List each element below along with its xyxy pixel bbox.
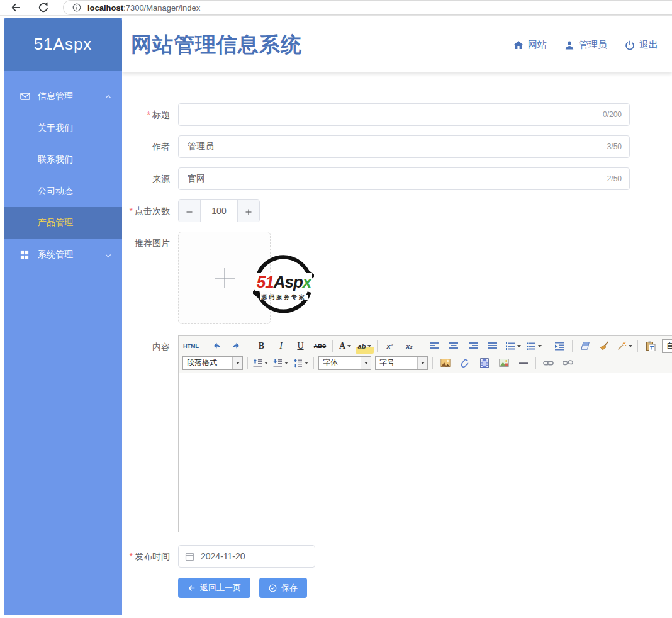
clicks-input[interactable]	[201, 200, 237, 222]
button-label: ab	[358, 342, 366, 350]
minus-icon	[186, 207, 193, 215]
sidebar-item-contact-us[interactable]: 联系我们	[4, 144, 122, 176]
app-header: 网站管理信息系统 网站 管理员 退出	[122, 18, 672, 72]
sidebar-item-label: 公司动态	[38, 186, 73, 197]
dropdown-arrow-icon	[517, 345, 521, 349]
undo-icon[interactable]	[208, 339, 226, 354]
eraser-icon[interactable]	[576, 339, 594, 354]
horizontal-rule-icon[interactable]	[514, 356, 532, 371]
publish-date-label: *发布时间	[122, 545, 178, 568]
sidebar-item-about-us[interactable]: 关于我们	[4, 113, 122, 144]
decrease-button[interactable]	[179, 200, 201, 222]
align-center-icon[interactable]	[445, 339, 463, 354]
select-value: 字号	[376, 357, 417, 368]
form-row-author: 作者 3/50	[122, 135, 672, 158]
quick-format-icon[interactable]	[615, 339, 634, 354]
publish-date-picker[interactable]	[178, 545, 315, 568]
url-host: localhost	[87, 3, 123, 13]
editor-content-area[interactable]	[179, 373, 672, 532]
browser-refresh-icon[interactable]	[38, 2, 49, 13]
author-counter: 3/50	[607, 142, 622, 151]
toolbar-separator	[247, 357, 248, 369]
highlight-button[interactable]: ab	[356, 339, 374, 354]
custom-heading-select[interactable]: 自定义标题	[662, 339, 672, 353]
line-height-icon[interactable]	[291, 356, 310, 371]
editor-toolbar-row2: 段落格式字体字号	[181, 354, 672, 371]
save-button[interactable]: 保存	[259, 578, 307, 598]
font-color-button[interactable]: A	[336, 339, 354, 354]
chevron-down-icon	[104, 251, 112, 259]
font-size-select[interactable]: 字号	[375, 356, 428, 370]
button-label: U	[297, 341, 303, 351]
increase-button[interactable]	[237, 200, 259, 222]
sidebar-menu: 信息管理 关于我们 联系我们 公司动态 产品管理 系统管理	[4, 71, 122, 271]
subscript-button[interactable]: x₂	[400, 339, 418, 354]
dropdown-arrow-icon	[305, 362, 308, 366]
align-justify-icon[interactable]	[484, 339, 502, 354]
unlink-icon[interactable]	[559, 356, 577, 371]
indent-icon[interactable]	[551, 339, 569, 354]
source-label: 来源	[122, 167, 178, 190]
bold-button[interactable]: B	[252, 339, 271, 354]
paragraph-format-select[interactable]: 段落格式	[182, 356, 243, 370]
form-row-buttons: 返回上一页 保存	[122, 578, 672, 598]
url-bar[interactable]: localhost:7300/Manager/index	[63, 0, 672, 15]
dropdown-arrow-icon	[232, 357, 242, 369]
align-right-icon[interactable]	[464, 339, 483, 354]
toolbar-separator	[204, 340, 204, 352]
site-info-icon[interactable]	[72, 3, 81, 12]
redo-icon[interactable]	[227, 339, 245, 354]
sidebar-item-info-management[interactable]: 信息管理	[4, 80, 122, 113]
font-family-select[interactable]: 字体	[318, 356, 371, 370]
sidebar-item-product-management[interactable]: 产品管理	[4, 207, 122, 239]
grid-icon	[20, 250, 29, 259]
strikethrough-button[interactable]: ABC	[311, 339, 329, 354]
clicks-stepper	[178, 199, 260, 222]
back-button[interactable]: 返回上一页	[178, 578, 250, 598]
link-icon[interactable]	[539, 356, 557, 371]
insert-image-icon[interactable]	[436, 356, 454, 371]
source-counter: 2/50	[607, 174, 622, 183]
required-asterisk: *	[130, 551, 133, 561]
header-link-logout[interactable]: 退出	[625, 39, 658, 51]
chevron-up-icon	[104, 93, 112, 100]
sidebar-item-system-management[interactable]: 系统管理	[4, 239, 122, 271]
author-input[interactable]	[186, 141, 602, 152]
header-link-admin[interactable]: 管理员	[564, 39, 607, 51]
required-asterisk: *	[130, 206, 133, 216]
power-icon	[625, 40, 635, 50]
content-label: 内容	[122, 335, 178, 358]
source-input-wrap: 2/50	[178, 167, 630, 190]
dropdown-arrow-icon	[367, 345, 371, 349]
title-input[interactable]	[186, 109, 598, 120]
attachment-icon[interactable]	[456, 356, 474, 371]
publish-date-input[interactable]	[199, 551, 308, 562]
header-link-website[interactable]: 网站	[513, 39, 547, 51]
paste-as-text-icon[interactable]	[641, 339, 659, 354]
image-gallery-icon[interactable]	[495, 356, 513, 371]
margin-top-icon[interactable]	[251, 356, 270, 371]
italic-button[interactable]: I	[272, 339, 290, 354]
form-row-title: *标题 0/200	[122, 103, 672, 126]
sidebar-item-label: 信息管理	[38, 91, 104, 102]
select-value: 段落格式	[183, 357, 232, 368]
toolbar-separator	[547, 340, 547, 352]
unordered-list-icon[interactable]	[524, 339, 544, 354]
button-label: A	[339, 341, 345, 351]
browser-back-icon[interactable]	[10, 2, 21, 13]
header-link-label: 网站	[528, 39, 547, 51]
superscript-button[interactable]: x²	[381, 339, 399, 354]
align-left-icon[interactable]	[425, 339, 444, 354]
sidebar-item-company-news[interactable]: 公司动态	[4, 176, 122, 207]
margin-bottom-icon[interactable]	[271, 356, 290, 371]
source-input[interactable]	[186, 173, 602, 184]
ordered-list-icon[interactable]	[503, 339, 523, 354]
image-upload-box[interactable]	[178, 232, 271, 324]
form-row-clicks: *点击次数	[122, 199, 672, 222]
source-code-button[interactable]: HTML	[181, 339, 201, 354]
insert-media-icon[interactable]	[475, 356, 493, 371]
clear-format-icon[interactable]	[595, 339, 613, 354]
dropdown-arrow-icon	[347, 345, 351, 349]
underline-button[interactable]: U	[291, 339, 310, 354]
dropdown-arrow-icon	[629, 345, 632, 349]
